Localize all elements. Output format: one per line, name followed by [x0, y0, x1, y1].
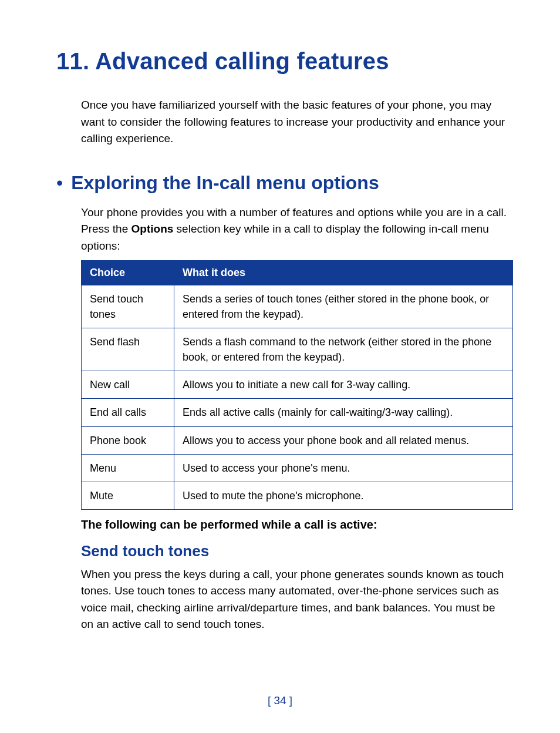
table-cell-desc: Sends a series of touch tones (either st…	[174, 285, 513, 328]
page-number: [ 34 ]	[0, 694, 560, 707]
table-row: Send touch tones Sends a series of touch…	[82, 285, 513, 328]
subsection-title: Send touch tones	[81, 542, 510, 560]
bullet-icon: •	[56, 173, 63, 192]
table-cell-desc: Allows you to access your phone book and…	[174, 426, 513, 454]
table-row: Send flash Sends a flash command to the …	[82, 328, 513, 371]
subsection-body: When you press the keys during a call, y…	[81, 566, 510, 633]
intro-paragraph: Once you have familiarized yourself with…	[81, 97, 510, 147]
table-cell-choice: Send touch tones	[82, 285, 174, 328]
table-cell-desc: Used to mute the phone's microphone.	[174, 482, 513, 509]
section-lead-bold: Options	[131, 223, 174, 235]
table-cell-choice: Menu	[82, 454, 174, 482]
table-header-choice: Choice	[82, 261, 174, 285]
options-table: Choice What it does Send touch tones Sen…	[81, 260, 513, 510]
table-row: End all calls Ends all active calls (mai…	[82, 399, 513, 426]
table-cell-choice: Mute	[82, 482, 174, 509]
table-header-row: Choice What it does	[82, 261, 513, 285]
table-cell-choice: Send flash	[82, 328, 174, 371]
table-cell-desc: Sends a flash command to the network (ei…	[174, 328, 513, 371]
section-heading-row: • Exploring the In-call menu options	[56, 172, 510, 194]
table-cell-choice: New call	[82, 371, 174, 399]
chapter-title: 11. Advanced calling features	[56, 48, 510, 75]
table-cell-choice: Phone book	[82, 426, 174, 454]
table-row: Menu Used to access your phone's menu.	[82, 454, 513, 482]
table-header-desc: What it does	[174, 261, 513, 285]
section-title: Exploring the In-call menu options	[71, 172, 379, 194]
table-row: New call Allows you to initiate a new ca…	[82, 371, 513, 399]
table-cell-desc: Ends all active calls (mainly for call-w…	[174, 399, 513, 426]
table-cell-desc: Allows you to initiate a new call for 3-…	[174, 371, 513, 399]
table-cell-desc: Used to access your phone's menu.	[174, 454, 513, 482]
page-content: 11. Advanced calling features Once you h…	[0, 0, 560, 633]
section-lead: Your phone provides you with a number of…	[81, 204, 510, 255]
table-cell-choice: End all calls	[82, 399, 174, 426]
table-row: Phone book Allows you to access your pho…	[82, 426, 513, 454]
table-row: Mute Used to mute the phone's microphone…	[82, 482, 513, 509]
subheading: The following can be performed while a c…	[81, 518, 510, 532]
